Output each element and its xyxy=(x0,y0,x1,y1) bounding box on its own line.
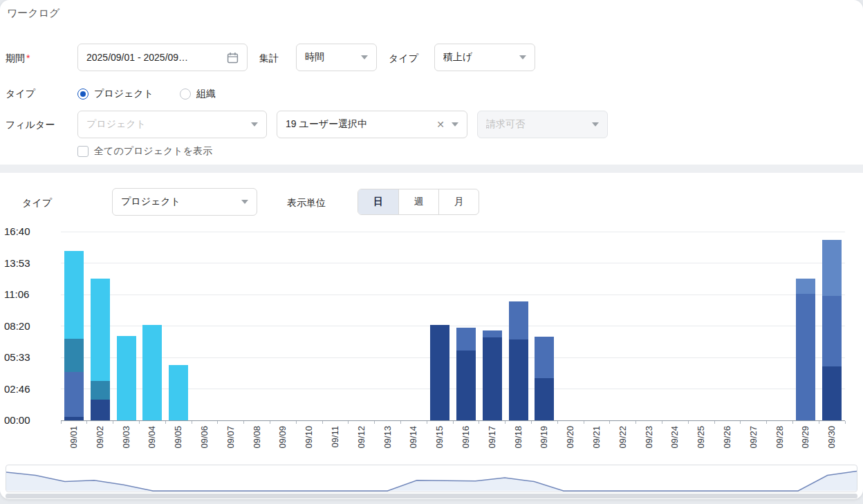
axis-tick xyxy=(270,421,270,424)
x-axis-label: 09/08 xyxy=(252,426,262,459)
gridline xyxy=(61,357,845,358)
bar-segment-09/30[interactable] xyxy=(822,296,842,366)
axis-tick xyxy=(505,421,505,424)
bar-segment-09/04[interactable] xyxy=(142,325,162,420)
axis-tick xyxy=(374,421,375,424)
x-axis-label: 09/06 xyxy=(200,426,210,459)
y-axis-label: 02:46 xyxy=(4,383,46,395)
axis-tick xyxy=(113,421,113,424)
x-axis-label: 09/07 xyxy=(226,426,236,459)
chart-scrollbar xyxy=(6,494,857,498)
gridline xyxy=(61,295,845,295)
axis-tick xyxy=(740,421,741,424)
x-axis-label: 09/24 xyxy=(670,426,680,459)
axis-tick xyxy=(635,421,636,424)
bar-segment-09/19[interactable] xyxy=(535,337,554,378)
x-axis-label: 09/10 xyxy=(304,426,314,459)
x-axis-label: 09/29 xyxy=(801,426,810,459)
x-axis-label: 09/20 xyxy=(566,426,575,459)
x-axis-label: 09/15 xyxy=(435,426,445,459)
y-axis-label: 11:06 xyxy=(4,288,46,301)
x-axis-label: 09/09 xyxy=(278,426,288,459)
x-axis-label: 09/02 xyxy=(95,426,105,459)
worklog-page: ワークログ 期間* 2025/09/01 - 2025/09… 集計 時間 タイ… xyxy=(0,0,863,504)
axis-tick xyxy=(400,421,401,424)
gridline xyxy=(61,326,845,326)
axis-tick xyxy=(322,421,323,424)
bar-segment-09/30[interactable] xyxy=(822,240,842,296)
y-axis-label: 13:53 xyxy=(4,257,46,270)
x-axis-label: 09/27 xyxy=(749,426,759,459)
axis-tick xyxy=(609,421,610,424)
x-axis-label: 09/21 xyxy=(592,426,602,459)
bar-segment-09/01[interactable] xyxy=(64,372,84,417)
bar-segment-09/01[interactable] xyxy=(64,251,84,339)
axis-tick xyxy=(688,421,689,424)
bar-segment-09/05[interactable] xyxy=(169,365,188,420)
y-axis-label: 16:40 xyxy=(4,225,46,238)
bar-segment-09/15[interactable] xyxy=(430,325,449,420)
bar-segment-09/17[interactable] xyxy=(483,337,502,420)
x-axis-label: 09/25 xyxy=(696,426,706,459)
axis-tick xyxy=(479,421,479,424)
x-axis-label: 09/19 xyxy=(539,426,549,459)
bar-segment-09/01[interactable] xyxy=(64,339,84,372)
x-axis-label: 09/11 xyxy=(331,426,340,459)
y-axis-label: 08:20 xyxy=(4,320,46,333)
axis-tick xyxy=(557,421,558,424)
navigator-area-chart xyxy=(6,465,857,492)
x-axis-label: 09/04 xyxy=(147,426,157,459)
axis-tick xyxy=(139,421,140,424)
x-axis-label: 09/01 xyxy=(69,426,79,459)
x-axis-label: 09/22 xyxy=(618,426,628,459)
bar-segment-09/30[interactable] xyxy=(822,366,842,420)
axis-tick xyxy=(61,421,62,424)
x-axis-label: 09/18 xyxy=(514,426,523,459)
bar-segment-09/18[interactable] xyxy=(509,339,528,420)
bar-segment-09/02[interactable] xyxy=(91,381,110,400)
axis-tick xyxy=(86,421,87,424)
axis-tick xyxy=(714,421,715,424)
axis-tick xyxy=(531,421,532,424)
bar-segment-09/16[interactable] xyxy=(456,351,476,420)
axis-tick xyxy=(766,421,767,424)
worklog-card: ワークログ 期間* 2025/09/01 - 2025/09… 集計 時間 タイ… xyxy=(0,0,863,499)
scrollbar-thumb[interactable] xyxy=(6,494,857,498)
axis-tick xyxy=(192,421,192,424)
x-axis-label: 09/26 xyxy=(723,426,732,459)
x-axis-label: 09/17 xyxy=(488,426,497,459)
axis-tick xyxy=(296,421,297,424)
x-axis-label: 09/30 xyxy=(827,426,837,459)
axis-tick xyxy=(584,421,584,424)
bar-segment-09/16[interactable] xyxy=(456,328,476,351)
bar-segment-09/19[interactable] xyxy=(535,378,554,420)
x-axis-label: 09/13 xyxy=(383,426,393,459)
x-axis-label: 09/16 xyxy=(461,426,471,459)
bar-segment-09/03[interactable] xyxy=(117,336,136,420)
bar-segment-09/29[interactable] xyxy=(796,279,815,294)
x-axis-label: 09/14 xyxy=(409,426,418,459)
axis-tick xyxy=(427,421,427,424)
x-axis-label: 09/03 xyxy=(122,426,131,459)
axis-tick xyxy=(453,421,454,424)
bar-segment-09/01[interactable] xyxy=(64,417,84,420)
x-axis-label: 09/28 xyxy=(775,426,785,459)
axis-tick xyxy=(819,421,819,424)
x-axis-label: 09/05 xyxy=(174,426,183,459)
chart-navigator[interactable] xyxy=(6,465,857,492)
axis-tick xyxy=(217,421,218,424)
axis-tick xyxy=(243,421,244,424)
axis-tick xyxy=(792,421,793,424)
bar-segment-09/02[interactable] xyxy=(91,279,110,381)
gridline xyxy=(61,263,845,263)
worklog-chart: 16:4013:5311:0608:2005:3302:4600:0009/01… xyxy=(0,0,863,499)
axis-tick xyxy=(845,421,846,424)
bar-segment-09/18[interactable] xyxy=(509,301,528,339)
y-axis-label: 00:00 xyxy=(4,414,46,427)
gridline xyxy=(61,232,845,232)
bar-segment-09/02[interactable] xyxy=(91,400,110,420)
bar-segment-09/29[interactable] xyxy=(796,294,815,420)
bar-segment-09/17[interactable] xyxy=(483,330,502,337)
x-axis-label: 09/12 xyxy=(357,426,366,459)
y-axis-label: 05:33 xyxy=(4,351,46,364)
